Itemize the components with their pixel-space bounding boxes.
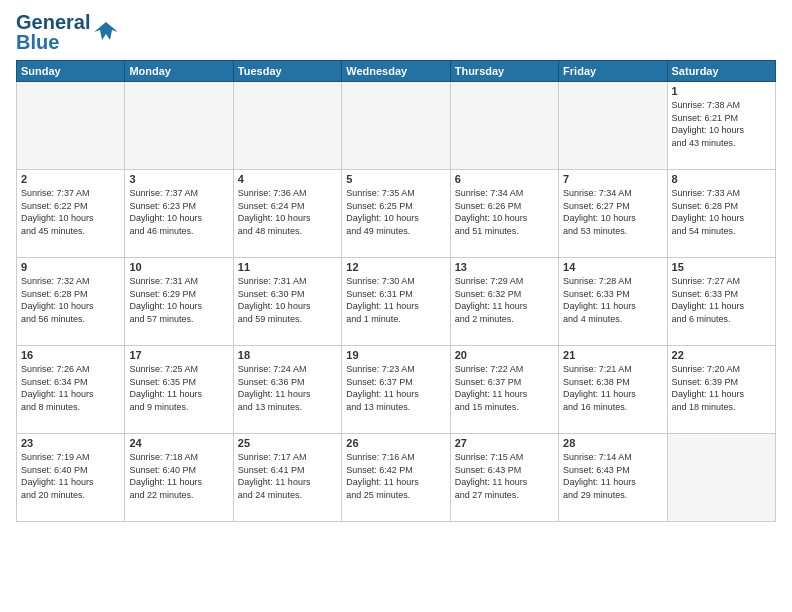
calendar-cell: 12Sunrise: 7:30 AM Sunset: 6:31 PM Dayli… [342, 258, 450, 346]
logo-bird-icon [92, 18, 120, 46]
day-number: 15 [672, 261, 771, 273]
calendar-week-3: 9Sunrise: 7:32 AM Sunset: 6:28 PM Daylig… [17, 258, 776, 346]
day-header-saturday: Saturday [667, 61, 775, 82]
day-number: 11 [238, 261, 337, 273]
day-header-friday: Friday [559, 61, 667, 82]
calendar-cell [233, 82, 341, 170]
day-number: 6 [455, 173, 554, 185]
calendar-week-2: 2Sunrise: 7:37 AM Sunset: 6:22 PM Daylig… [17, 170, 776, 258]
day-number: 19 [346, 349, 445, 361]
calendar-cell: 11Sunrise: 7:31 AM Sunset: 6:30 PM Dayli… [233, 258, 341, 346]
day-number: 8 [672, 173, 771, 185]
day-info: Sunrise: 7:27 AM Sunset: 6:33 PM Dayligh… [672, 275, 771, 325]
calendar-cell: 6Sunrise: 7:34 AM Sunset: 6:26 PM Daylig… [450, 170, 558, 258]
day-number: 27 [455, 437, 554, 449]
day-info: Sunrise: 7:16 AM Sunset: 6:42 PM Dayligh… [346, 451, 445, 501]
calendar-week-5: 23Sunrise: 7:19 AM Sunset: 6:40 PM Dayli… [17, 434, 776, 522]
day-info: Sunrise: 7:29 AM Sunset: 6:32 PM Dayligh… [455, 275, 554, 325]
day-number: 9 [21, 261, 120, 273]
day-info: Sunrise: 7:32 AM Sunset: 6:28 PM Dayligh… [21, 275, 120, 325]
day-info: Sunrise: 7:33 AM Sunset: 6:28 PM Dayligh… [672, 187, 771, 237]
day-number: 2 [21, 173, 120, 185]
day-info: Sunrise: 7:17 AM Sunset: 6:41 PM Dayligh… [238, 451, 337, 501]
day-number: 5 [346, 173, 445, 185]
calendar-week-4: 16Sunrise: 7:26 AM Sunset: 6:34 PM Dayli… [17, 346, 776, 434]
day-number: 10 [129, 261, 228, 273]
day-number: 13 [455, 261, 554, 273]
day-number: 20 [455, 349, 554, 361]
calendar-cell: 13Sunrise: 7:29 AM Sunset: 6:32 PM Dayli… [450, 258, 558, 346]
calendar-cell: 23Sunrise: 7:19 AM Sunset: 6:40 PM Dayli… [17, 434, 125, 522]
day-header-sunday: Sunday [17, 61, 125, 82]
calendar-cell: 15Sunrise: 7:27 AM Sunset: 6:33 PM Dayli… [667, 258, 775, 346]
calendar-cell: 5Sunrise: 7:35 AM Sunset: 6:25 PM Daylig… [342, 170, 450, 258]
day-number: 1 [672, 85, 771, 97]
day-info: Sunrise: 7:31 AM Sunset: 6:30 PM Dayligh… [238, 275, 337, 325]
calendar-table: SundayMondayTuesdayWednesdayThursdayFrid… [16, 60, 776, 522]
day-info: Sunrise: 7:26 AM Sunset: 6:34 PM Dayligh… [21, 363, 120, 413]
calendar-cell [450, 82, 558, 170]
day-info: Sunrise: 7:20 AM Sunset: 6:39 PM Dayligh… [672, 363, 771, 413]
calendar-header-row: SundayMondayTuesdayWednesdayThursdayFrid… [17, 61, 776, 82]
calendar-cell: 9Sunrise: 7:32 AM Sunset: 6:28 PM Daylig… [17, 258, 125, 346]
day-number: 18 [238, 349, 337, 361]
day-number: 22 [672, 349, 771, 361]
header: General Blue [16, 12, 776, 52]
day-number: 21 [563, 349, 662, 361]
day-info: Sunrise: 7:36 AM Sunset: 6:24 PM Dayligh… [238, 187, 337, 237]
day-number: 17 [129, 349, 228, 361]
day-info: Sunrise: 7:37 AM Sunset: 6:22 PM Dayligh… [21, 187, 120, 237]
calendar-cell [559, 82, 667, 170]
calendar-cell: 17Sunrise: 7:25 AM Sunset: 6:35 PM Dayli… [125, 346, 233, 434]
day-info: Sunrise: 7:34 AM Sunset: 6:27 PM Dayligh… [563, 187, 662, 237]
day-number: 25 [238, 437, 337, 449]
day-number: 3 [129, 173, 228, 185]
calendar-cell: 2Sunrise: 7:37 AM Sunset: 6:22 PM Daylig… [17, 170, 125, 258]
day-number: 23 [21, 437, 120, 449]
calendar-cell: 19Sunrise: 7:23 AM Sunset: 6:37 PM Dayli… [342, 346, 450, 434]
calendar-cell: 21Sunrise: 7:21 AM Sunset: 6:38 PM Dayli… [559, 346, 667, 434]
calendar-cell: 4Sunrise: 7:36 AM Sunset: 6:24 PM Daylig… [233, 170, 341, 258]
calendar-cell: 7Sunrise: 7:34 AM Sunset: 6:27 PM Daylig… [559, 170, 667, 258]
day-number: 12 [346, 261, 445, 273]
day-number: 24 [129, 437, 228, 449]
day-number: 14 [563, 261, 662, 273]
calendar-cell: 8Sunrise: 7:33 AM Sunset: 6:28 PM Daylig… [667, 170, 775, 258]
day-number: 16 [21, 349, 120, 361]
calendar-cell: 24Sunrise: 7:18 AM Sunset: 6:40 PM Dayli… [125, 434, 233, 522]
calendar-cell: 27Sunrise: 7:15 AM Sunset: 6:43 PM Dayli… [450, 434, 558, 522]
calendar-cell: 20Sunrise: 7:22 AM Sunset: 6:37 PM Dayli… [450, 346, 558, 434]
day-info: Sunrise: 7:31 AM Sunset: 6:29 PM Dayligh… [129, 275, 228, 325]
day-info: Sunrise: 7:28 AM Sunset: 6:33 PM Dayligh… [563, 275, 662, 325]
calendar-cell: 22Sunrise: 7:20 AM Sunset: 6:39 PM Dayli… [667, 346, 775, 434]
day-info: Sunrise: 7:30 AM Sunset: 6:31 PM Dayligh… [346, 275, 445, 325]
page: General Blue SundayMondayTuesdayWednesda… [0, 0, 792, 612]
day-header-tuesday: Tuesday [233, 61, 341, 82]
day-info: Sunrise: 7:21 AM Sunset: 6:38 PM Dayligh… [563, 363, 662, 413]
day-number: 28 [563, 437, 662, 449]
day-info: Sunrise: 7:23 AM Sunset: 6:37 PM Dayligh… [346, 363, 445, 413]
day-header-thursday: Thursday [450, 61, 558, 82]
day-info: Sunrise: 7:14 AM Sunset: 6:43 PM Dayligh… [563, 451, 662, 501]
day-header-wednesday: Wednesday [342, 61, 450, 82]
calendar-cell [667, 434, 775, 522]
day-info: Sunrise: 7:38 AM Sunset: 6:21 PM Dayligh… [672, 99, 771, 149]
day-number: 7 [563, 173, 662, 185]
day-number: 4 [238, 173, 337, 185]
day-info: Sunrise: 7:24 AM Sunset: 6:36 PM Dayligh… [238, 363, 337, 413]
logo-general: General [16, 12, 90, 32]
calendar-cell: 14Sunrise: 7:28 AM Sunset: 6:33 PM Dayli… [559, 258, 667, 346]
calendar-cell: 10Sunrise: 7:31 AM Sunset: 6:29 PM Dayli… [125, 258, 233, 346]
day-info: Sunrise: 7:22 AM Sunset: 6:37 PM Dayligh… [455, 363, 554, 413]
calendar-cell: 3Sunrise: 7:37 AM Sunset: 6:23 PM Daylig… [125, 170, 233, 258]
day-info: Sunrise: 7:15 AM Sunset: 6:43 PM Dayligh… [455, 451, 554, 501]
day-info: Sunrise: 7:37 AM Sunset: 6:23 PM Dayligh… [129, 187, 228, 237]
calendar-cell [342, 82, 450, 170]
calendar-cell: 1Sunrise: 7:38 AM Sunset: 6:21 PM Daylig… [667, 82, 775, 170]
calendar-cell [125, 82, 233, 170]
day-info: Sunrise: 7:19 AM Sunset: 6:40 PM Dayligh… [21, 451, 120, 501]
calendar-cell: 28Sunrise: 7:14 AM Sunset: 6:43 PM Dayli… [559, 434, 667, 522]
calendar-cell: 26Sunrise: 7:16 AM Sunset: 6:42 PM Dayli… [342, 434, 450, 522]
day-info: Sunrise: 7:35 AM Sunset: 6:25 PM Dayligh… [346, 187, 445, 237]
day-header-monday: Monday [125, 61, 233, 82]
